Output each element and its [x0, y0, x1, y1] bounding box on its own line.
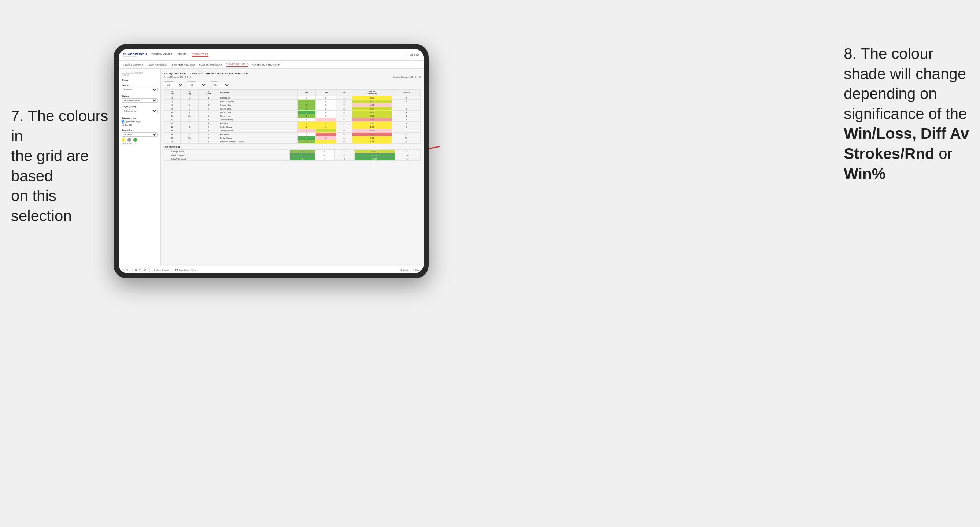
- grid-content: Katelyn Vo Head-to-Head Grid for Women's…: [161, 69, 423, 266]
- cell-diff: 4.00: [352, 100, 392, 103]
- cell-reg: 2: [180, 133, 199, 136]
- cell-diff: 4.00: [352, 111, 392, 114]
- colour-legend-labels: Down Level Up: [122, 143, 158, 144]
- cell-tie: 0: [336, 140, 352, 144]
- cell-out-tie: 0: [335, 150, 355, 154]
- cell-conf: 1: [199, 129, 219, 133]
- view-original-btn[interactable]: 👁 View: Original: [153, 269, 169, 271]
- filter-conference-select[interactable]: (All): [187, 83, 207, 87]
- cell-div: 9: [164, 107, 181, 111]
- cell-tie: 0: [336, 107, 352, 111]
- copy-icon[interactable]: ⊞: [135, 268, 137, 271]
- cell-div: 3: [164, 96, 181, 100]
- cell-opponent: Emily Chang: [219, 136, 298, 140]
- radio-top100[interactable]: Top 100: [122, 124, 158, 126]
- player-rank-select[interactable]: 8. Katelyn Vo: [122, 109, 158, 113]
- cell-loss: 2: [315, 122, 336, 125]
- out-table-row: NCAA Division 2 5 0 0 7.400 10: [164, 157, 421, 161]
- col-win: Win: [298, 90, 316, 96]
- cell-win: 1: [298, 129, 316, 133]
- cell-loss: 1: [315, 133, 336, 136]
- cell-opponent: Jessica Mason: [219, 129, 298, 133]
- sidebar-player-rank-section: Player (Rank) 8. Katelyn Vo: [122, 105, 158, 113]
- nav-tournaments[interactable]: TOURNAMENTS: [151, 52, 172, 57]
- cell-rounds: 4: [392, 125, 420, 129]
- division-select[interactable]: NCAA Division III: [122, 98, 158, 103]
- col-reg: #Reg: [180, 90, 199, 96]
- undo2-icon[interactable]: ↩: [130, 268, 133, 271]
- cell-diff: 0.38: [352, 122, 392, 125]
- cell-rounds: [392, 129, 420, 133]
- table-row: 6 1 3 Sydney Kuo 1 0 0 -1.00: [164, 103, 421, 107]
- cell-tie: 0: [336, 111, 352, 114]
- gender-select[interactable]: Women's: [122, 87, 158, 92]
- main-data-table: #Div #Reg #Conf Opponent Win Loss Tie Di…: [164, 89, 421, 144]
- sub-nav-player-h2h-grid[interactable]: PLAYER H2H GRID: [226, 62, 248, 67]
- cell-tie: 0: [336, 125, 352, 129]
- col-tie: Tie: [336, 90, 352, 96]
- nav-teams[interactable]: TEAMS: [177, 52, 187, 57]
- main-content: Last Updated: 27/03/2024 16:55:38 Player…: [119, 69, 423, 266]
- cell-reg: 1: [180, 129, 199, 133]
- level-colour: [127, 138, 131, 142]
- scissors-icon[interactable]: ✂: [139, 268, 142, 271]
- cell-div: 11: [164, 114, 181, 118]
- sub-nav-team-summary[interactable]: TEAM SUMMARY: [123, 63, 143, 67]
- clock-icon[interactable]: ⏱: [143, 268, 146, 271]
- cell-loss: 0: [315, 103, 336, 107]
- nav-committee[interactable]: COMMITTEE: [192, 52, 208, 57]
- cell-diff: 1.33: [352, 140, 392, 144]
- cell-win: 2: [298, 111, 316, 114]
- cell-win: 1: [298, 107, 316, 111]
- table-row: 13 1 1 Jessica Huang 0 1 0 -3.00 2: [164, 118, 421, 122]
- undo-icon[interactable]: ↩: [122, 268, 124, 271]
- sub-nav-player-h2h-heatmap[interactable]: PLAYER H2H HEATMAP: [252, 63, 280, 67]
- cell-tie: 0: [336, 114, 352, 118]
- cell-tie: 0: [336, 129, 352, 133]
- out-of-division-header: Out of division: [164, 146, 421, 148]
- right-annotation: 8. The colour shade will change dependin…: [844, 44, 969, 184]
- cell-conf: 5: [199, 114, 219, 118]
- cell-opponent: Eunice Yi: [219, 122, 298, 125]
- division-record: Division Record: 331 - 34 - 6: [393, 76, 421, 78]
- filter-opponent-select[interactable]: (All): [210, 83, 230, 87]
- cell-opponent: Heeju Hyun: [219, 114, 298, 118]
- cell-reg: 6: [180, 111, 199, 114]
- table-row: 11 11 5 Heeju Hyun 1 0 0 3.33 3: [164, 114, 421, 118]
- col-diff: Diff AvStrokes/Rnd: [352, 90, 392, 96]
- cell-tie: 0: [336, 103, 352, 107]
- cell-rounds: 3: [392, 114, 420, 118]
- cell-conf: 6: [199, 136, 219, 140]
- sign-out-button[interactable]: Sign out: [410, 54, 419, 56]
- sub-nav: TEAM SUMMARY TEAM H2H GRID TEAM H2H HEAT…: [119, 61, 423, 69]
- sub-nav-player-summary[interactable]: PLAYER SUMMARY: [199, 63, 223, 67]
- tablet-frame: SCOREBOARD Powered by clippd TOURNAMENTS…: [114, 44, 429, 278]
- cell-loss: 1: [315, 140, 336, 144]
- cell-conf: 4: [199, 122, 219, 125]
- colour-legend-circles: [122, 138, 158, 142]
- sub-nav-team-h2h-grid[interactable]: TEAM H2H GRID: [147, 63, 167, 67]
- sub-nav-team-h2h-heatmap[interactable]: TEAM H2H HEATMAP: [170, 63, 196, 67]
- cell-win: 0: [298, 118, 316, 122]
- cell-rounds: 9: [392, 122, 420, 125]
- cell-opponent: Sydney Kuo: [219, 103, 298, 107]
- filter-opponents-select[interactable]: (All): [164, 83, 184, 87]
- share-btn[interactable]: ↗ Share: [412, 269, 421, 271]
- cell-tie: 0: [336, 118, 352, 122]
- col-opponent: Opponent: [219, 90, 298, 96]
- sidebar: Last Updated: 27/03/2024 16:55:38 Player…: [119, 69, 161, 266]
- cell-div: 6: [164, 103, 181, 107]
- cell-div: 20: [164, 140, 181, 144]
- radio-opponents-played[interactable]: Opponents Played: [122, 120, 158, 123]
- cell-diff: 1.25: [352, 125, 392, 129]
- cell-conf: 3: [199, 103, 219, 107]
- cell-tie: 0: [336, 136, 352, 140]
- cell-loss: 2: [315, 129, 336, 133]
- cell-div: 15: [164, 125, 181, 129]
- watch-btn[interactable]: 👁 Watch ▾: [400, 269, 410, 271]
- redo-icon[interactable]: ↪: [126, 268, 128, 271]
- save-custom-btn[interactable]: 💾 Save Custom View: [175, 269, 196, 271]
- colour-by-select[interactable]: Win/loss: [122, 132, 158, 137]
- cell-diff: 3.33: [352, 114, 392, 118]
- cell-conf: 1: [199, 118, 219, 122]
